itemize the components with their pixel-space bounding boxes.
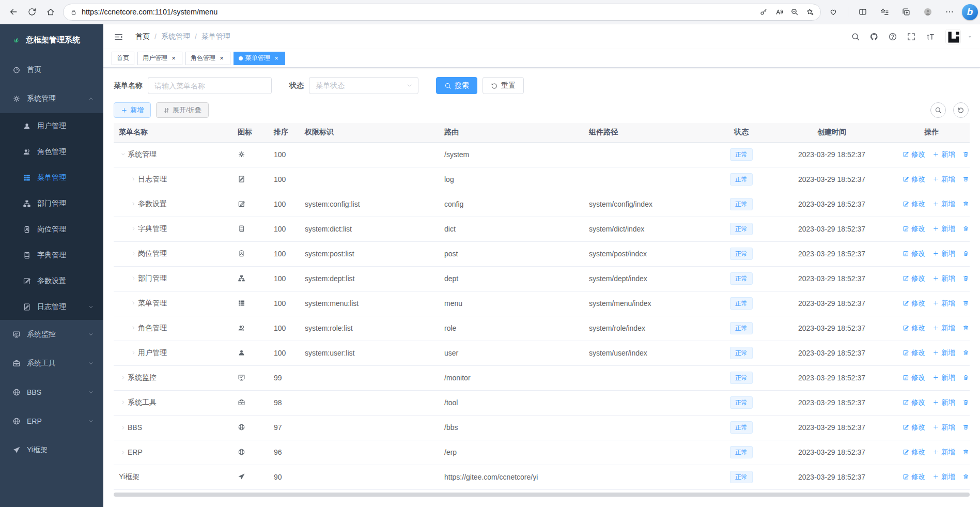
add-button[interactable]: 新增 xyxy=(114,102,151,118)
expand-caret-icon[interactable] xyxy=(119,151,128,157)
breadcrumb-item[interactable]: 首页 xyxy=(135,32,150,41)
sidebar-item-menu[interactable]: 菜单管理 xyxy=(0,165,103,191)
refresh-icon[interactable] xyxy=(23,3,41,21)
caret-down-icon[interactable] xyxy=(967,34,973,40)
search-button[interactable]: 搜索 xyxy=(436,77,477,94)
collections-icon[interactable] xyxy=(897,3,915,21)
row-action-add[interactable]: 新增 xyxy=(932,423,955,432)
row-action-add[interactable]: 新增 xyxy=(932,249,955,258)
sidebar-item-yi[interactable]: Yi框架 xyxy=(0,436,103,465)
sidebar-item-config[interactable]: 参数设置 xyxy=(0,268,103,294)
row-action-edit[interactable]: 修改 xyxy=(903,373,925,382)
sidebar-item-monitor[interactable]: 系统监控 xyxy=(0,320,103,349)
search-icon[interactable] xyxy=(848,29,863,44)
zoom-out-icon[interactable] xyxy=(790,8,799,16)
back-icon[interactable] xyxy=(4,3,23,21)
url-bar[interactable]: https://ccnetcore.com:1101/system/menu xyxy=(63,4,821,21)
expand-caret-icon[interactable] xyxy=(129,350,138,356)
expand-caret-icon[interactable] xyxy=(119,450,128,455)
row-action-delete[interactable]: 删除 xyxy=(962,249,970,258)
status-select[interactable]: 菜单状态 xyxy=(309,77,418,94)
expand-caret-icon[interactable] xyxy=(119,425,128,431)
fullscreen-icon[interactable] xyxy=(904,29,919,44)
row-action-edit[interactable]: 修改 xyxy=(903,398,925,407)
tab-role[interactable]: 角色管理× xyxy=(185,52,230,65)
row-action-delete[interactable]: 删除 xyxy=(962,199,970,209)
row-action-add[interactable]: 新增 xyxy=(932,472,955,482)
row-action-add[interactable]: 新增 xyxy=(932,398,955,407)
github-icon[interactable] xyxy=(867,29,881,44)
row-action-delete[interactable]: 删除 xyxy=(962,324,970,333)
row-action-edit[interactable]: 修改 xyxy=(903,299,925,308)
browser-essentials-icon[interactable] xyxy=(824,3,843,21)
close-icon[interactable]: × xyxy=(273,55,280,62)
sidebar-item-home[interactable]: 首页 xyxy=(0,55,103,84)
hide-search-button[interactable] xyxy=(930,102,946,118)
sidebar-item-dept[interactable]: 部门管理 xyxy=(0,191,103,217)
menu-name-input[interactable] xyxy=(148,77,272,94)
sidebar-item-role[interactable]: 角色管理 xyxy=(0,139,103,165)
sidebar-item-log[interactable]: 日志管理 xyxy=(0,294,103,320)
row-action-add[interactable]: 新增 xyxy=(932,324,955,333)
sidebar-item-tool[interactable]: 系统工具 xyxy=(0,349,103,378)
row-action-delete[interactable]: 删除 xyxy=(962,175,970,184)
sidebar-item-system[interactable]: 系统管理 xyxy=(0,84,103,113)
horizontal-scrollbar[interactable] xyxy=(114,493,970,497)
tab-user[interactable]: 用户管理× xyxy=(137,52,182,65)
expand-caret-icon[interactable] xyxy=(129,226,138,232)
close-icon[interactable]: × xyxy=(170,55,177,62)
expand-caret-icon[interactable] xyxy=(129,251,138,256)
row-action-add[interactable]: 新增 xyxy=(932,274,955,283)
row-action-delete[interactable]: 删除 xyxy=(962,448,970,457)
expand-caret-icon[interactable] xyxy=(129,275,138,281)
row-action-delete[interactable]: 删除 xyxy=(962,150,970,159)
sidebar-item-user[interactable]: 用户管理 xyxy=(0,113,103,139)
question-icon[interactable] xyxy=(885,29,900,44)
row-action-edit[interactable]: 修改 xyxy=(903,274,925,283)
row-action-edit[interactable]: 修改 xyxy=(903,224,925,234)
row-action-edit[interactable]: 修改 xyxy=(903,199,925,209)
profile-icon[interactable] xyxy=(919,3,937,21)
row-action-add[interactable]: 新增 xyxy=(932,175,955,184)
row-action-add[interactable]: 新增 xyxy=(932,373,955,382)
expand-collapse-button[interactable]: 展开/折叠 xyxy=(156,102,209,118)
row-action-delete[interactable]: 删除 xyxy=(962,274,970,283)
expand-caret-icon[interactable] xyxy=(119,375,128,380)
row-action-add[interactable]: 新增 xyxy=(932,224,955,234)
row-action-delete[interactable]: 删除 xyxy=(962,398,970,407)
tab-home[interactable]: 首页 xyxy=(112,52,134,65)
refresh-table-button[interactable] xyxy=(953,102,969,118)
url-text[interactable]: https://ccnetcore.com:1101/system/menu xyxy=(82,8,759,16)
row-action-add[interactable]: 新增 xyxy=(932,448,955,457)
sidebar-item-post[interactable]: 岗位管理 xyxy=(0,217,103,242)
favorite-add-icon[interactable] xyxy=(806,8,814,16)
expand-caret-icon[interactable] xyxy=(129,325,138,331)
expand-caret-icon[interactable] xyxy=(129,176,138,182)
expand-caret-icon[interactable] xyxy=(119,400,128,405)
breadcrumb-item[interactable]: 系统管理 xyxy=(161,32,190,41)
tab-menu[interactable]: 菜单管理× xyxy=(234,52,285,65)
row-action-add[interactable]: 新增 xyxy=(932,199,955,209)
hamburger-icon[interactable] xyxy=(108,27,128,47)
row-action-delete[interactable]: 删除 xyxy=(962,373,970,382)
sidebar-item-dict[interactable]: 字典管理 xyxy=(0,242,103,268)
row-action-delete[interactable]: 删除 xyxy=(962,472,970,482)
row-action-delete[interactable]: 删除 xyxy=(962,299,970,308)
row-action-edit[interactable]: 修改 xyxy=(903,423,925,432)
favorites-icon[interactable] xyxy=(875,3,894,21)
more-icon[interactable] xyxy=(940,3,959,21)
row-action-edit[interactable]: 修改 xyxy=(903,175,925,184)
row-action-edit[interactable]: 修改 xyxy=(903,472,925,482)
row-action-add[interactable]: 新增 xyxy=(932,150,955,159)
home-icon[interactable] xyxy=(41,3,60,21)
row-action-delete[interactable]: 删除 xyxy=(962,423,970,432)
row-action-add[interactable]: 新增 xyxy=(932,299,955,308)
row-action-add[interactable]: 新增 xyxy=(932,348,955,358)
row-action-delete[interactable]: 删除 xyxy=(962,224,970,234)
sidebar-item-erp[interactable]: ERP xyxy=(0,407,103,436)
row-action-edit[interactable]: 修改 xyxy=(903,448,925,457)
close-icon[interactable]: × xyxy=(218,55,225,62)
bing-icon[interactable]: b xyxy=(962,4,978,20)
split-screen-icon[interactable] xyxy=(853,3,872,21)
font-size-icon[interactable] xyxy=(923,29,937,44)
